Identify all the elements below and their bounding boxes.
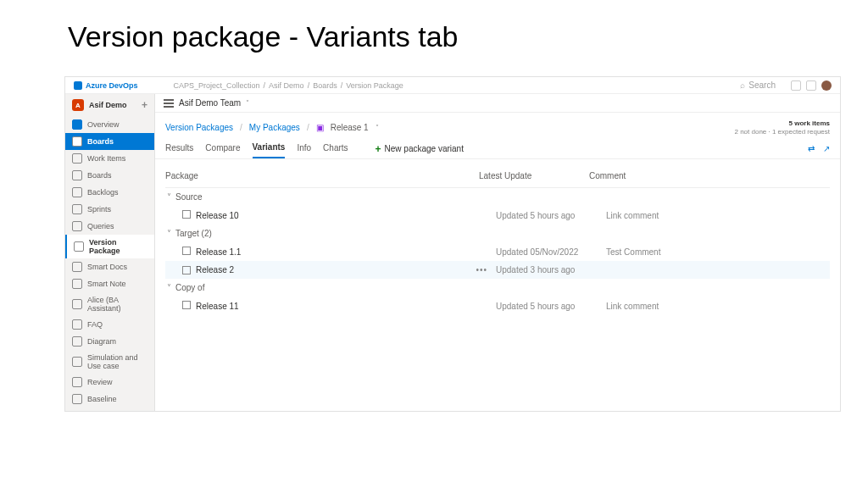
workitems-icon	[72, 153, 82, 164]
hamburger-icon[interactable]	[164, 99, 174, 108]
help-icon[interactable]	[806, 80, 816, 91]
nav-boards-section[interactable]: Boards	[65, 133, 154, 150]
smartdocs-icon	[72, 262, 82, 272]
group-copy-of[interactable]: ˅ Copy of	[165, 279, 830, 297]
nav-item-label: Work Items	[87, 154, 125, 163]
new-package-variant-button[interactable]: + New package variant	[376, 143, 464, 155]
app-window: Azure DevOps CAPS_Project_Collection/ As…	[64, 76, 841, 412]
related-icon[interactable]: ⇄	[808, 144, 815, 153]
nav-item-label: Simulation and Use case	[87, 353, 147, 370]
product-name: Azure DevOps	[86, 81, 138, 90]
search-box[interactable]: ⌕ Search	[740, 80, 776, 90]
review-icon	[72, 377, 82, 387]
group-source[interactable]: ˅ Source	[165, 188, 830, 206]
group-label: Target (2)	[175, 229, 212, 238]
tab-compare[interactable]: Compare	[205, 140, 240, 158]
nav-item-label: Diagram	[87, 337, 116, 346]
work-items-count: 5 work items	[734, 119, 830, 128]
crumb-page[interactable]: Version Package	[346, 81, 403, 90]
avatar[interactable]	[821, 80, 832, 91]
nav-review[interactable]: Review	[65, 374, 154, 391]
row-name: Release 1.1	[196, 247, 241, 257]
table-row-selected[interactable]: Release 2••• Updated 3 hours ago	[165, 261, 830, 279]
smartnote-icon	[72, 279, 82, 289]
nav-faq[interactable]: FAQ	[65, 316, 154, 333]
team-row: Asif Demo Team ˅	[155, 94, 840, 113]
nav-item-label: Review	[87, 378, 113, 386]
expand-icon[interactable]: ↗	[823, 144, 830, 153]
link-my-packages[interactable]: My Packages	[249, 123, 300, 132]
nav-overview[interactable]: Overview	[65, 116, 154, 133]
nav-item-label: Sprints	[87, 205, 111, 214]
work-items-stats: 5 work items 2 not done · 1 expected req…	[734, 119, 830, 136]
nav-backlogs[interactable]: Backlogs	[65, 184, 154, 201]
table-row[interactable]: Release 1.1 Updated 05/Nov/2022 Test Com…	[165, 242, 830, 261]
nav-boards-page[interactable]: Boards	[65, 167, 154, 184]
plus-icon: +	[376, 143, 381, 155]
chevron-down-icon[interactable]: ˅	[246, 99, 249, 107]
crumb-section[interactable]: Boards	[313, 81, 337, 90]
breadcrumb: CAPS_Project_Collection/ Asif Demo/ Boar…	[174, 81, 403, 90]
sim-icon	[72, 357, 82, 367]
nav-baseline[interactable]: Baseline	[65, 391, 154, 408]
col-package: Package	[165, 171, 479, 180]
group-label: Copy of	[175, 283, 204, 292]
nav-smart-docs[interactable]: Smart Docs	[65, 258, 154, 275]
more-actions-icon[interactable]: •••	[476, 265, 487, 274]
nav-item-label: Baseline	[87, 395, 117, 403]
nav-version-package[interactable]: Version Package	[65, 235, 154, 258]
col-comment: Comment	[589, 171, 830, 180]
plus-icon[interactable]: +	[142, 99, 147, 111]
work-items-detail: 2 not done · 1 expected request	[734, 128, 830, 136]
nav-diagram[interactable]: Diagram	[65, 333, 154, 350]
row-name: Release 11	[196, 302, 239, 311]
package-icon	[182, 266, 191, 274]
package-icon	[182, 210, 191, 219]
search-placeholder: Search	[748, 80, 776, 90]
topbar: Azure DevOps CAPS_Project_Collection/ As…	[65, 77, 840, 94]
nav-item-label: Backlogs	[87, 188, 119, 197]
product-logo[interactable]: Azure DevOps	[74, 81, 138, 90]
nav-item-label: Alice (BA Assistant)	[87, 296, 147, 313]
versionpkg-icon	[74, 241, 84, 252]
baseline-icon	[72, 394, 82, 404]
nav-item-label: Queries	[87, 222, 114, 230]
link-version-packages[interactable]: Version Packages	[165, 123, 233, 132]
col-latest-update: Latest Update	[479, 171, 589, 180]
nav-queries[interactable]: Queries	[65, 218, 154, 235]
chevron-down-icon[interactable]: ˅	[376, 124, 379, 131]
package-icon	[182, 301, 191, 309]
crumb-project[interactable]: Asif Demo	[269, 81, 304, 90]
variants-grid: Package Latest Update Comment ˅ Source R…	[155, 159, 840, 315]
tab-charts[interactable]: Charts	[323, 140, 348, 158]
left-nav: A Asif Demo + Overview Boards Work Items…	[65, 94, 155, 411]
row-updated: Updated 5 hours ago	[496, 302, 606, 311]
tab-variants[interactable]: Variants	[253, 139, 286, 158]
project-icon: A	[72, 99, 84, 111]
nav-work-items[interactable]: Work Items	[65, 150, 154, 167]
diagram-icon	[72, 336, 82, 347]
current-release[interactable]: Release 1	[331, 123, 369, 132]
table-row[interactable]: Release 10 Updated 5 hours ago Link comm…	[165, 206, 830, 225]
nav-smart-note[interactable]: Smart Note	[65, 275, 154, 292]
nav-item-label: Boards	[87, 171, 112, 180]
nav-simulation[interactable]: Simulation and Use case	[65, 350, 154, 374]
alice-icon	[72, 299, 82, 309]
project-name: Asif Demo	[89, 101, 127, 109]
marketplace-icon[interactable]	[791, 80, 801, 91]
nav-alice[interactable]: Alice (BA Assistant)	[65, 292, 154, 316]
project-picker[interactable]: A Asif Demo +	[65, 94, 154, 116]
backlogs-icon	[72, 187, 82, 197]
team-name[interactable]: Asif Demo Team	[179, 98, 241, 108]
group-target[interactable]: ˅ Target (2)	[165, 225, 830, 242]
nav-sprints[interactable]: Sprints	[65, 201, 154, 218]
chevron-down-icon: ˅	[165, 283, 172, 292]
search-icon: ⌕	[740, 80, 745, 90]
nav-reporting[interactable]: Reporting	[65, 408, 154, 412]
table-row[interactable]: Release 11 Updated 5 hours ago Link comm…	[165, 297, 830, 315]
tab-info[interactable]: Info	[297, 140, 311, 158]
row-name: Release 2	[196, 265, 234, 274]
crumb-collection[interactable]: CAPS_Project_Collection	[174, 81, 260, 90]
tab-results[interactable]: Results	[165, 140, 193, 158]
group-label: Source	[175, 192, 203, 202]
